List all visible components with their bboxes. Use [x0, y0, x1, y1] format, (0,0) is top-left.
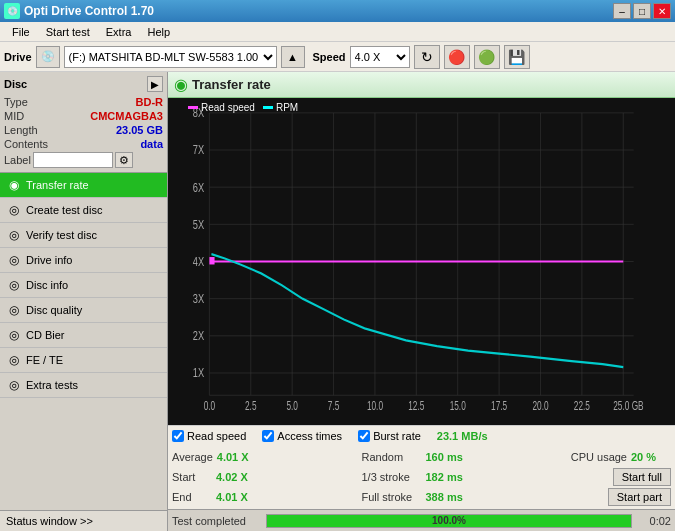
minimize-button[interactable]: –	[613, 3, 631, 19]
sidebar: Disc ▶ Type BD-R MID CMCMAGBA3 Length 23…	[0, 72, 168, 531]
svg-rect-39	[209, 257, 214, 264]
check-burst-rate: Burst rate	[358, 430, 421, 442]
sidebar-item-transfer-rate[interactable]: ◉ Transfer rate	[0, 173, 167, 198]
progress-area: Test completed 100.0% 0:02	[168, 509, 675, 531]
disc-info-icon: ◎	[6, 277, 22, 293]
sidebar-item-fe-te[interactable]: ◎ FE / TE	[0, 348, 167, 373]
start-full-button[interactable]: Start full	[613, 468, 671, 486]
status-window-label: Status window >>	[6, 515, 93, 527]
sidebar-item-verify-test-disc[interactable]: ◎ Verify test disc	[0, 223, 167, 248]
close-button[interactable]: ✕	[653, 3, 671, 19]
status-window-button[interactable]: Status window >>	[0, 510, 167, 531]
app-title: Opti Drive Control 1.70	[24, 4, 154, 18]
menu-bar: File Start test Extra Help	[0, 22, 675, 42]
sidebar-item-label-drive-info: Drive info	[26, 254, 72, 266]
fe-te-icon: ◎	[6, 352, 22, 368]
transfer-rate-icon: ◉	[6, 177, 22, 193]
sidebar-item-disc-info[interactable]: ◎ Disc info	[0, 273, 167, 298]
stat-start-part-cell: Start part	[551, 488, 671, 506]
stat-cpu-value: 20 %	[631, 451, 671, 463]
sidebar-item-label-disc-quality: Disc quality	[26, 304, 82, 316]
nav-items: ◉ Transfer rate ◎ Create test disc ◎ Ver…	[0, 173, 167, 510]
svg-text:7X: 7X	[193, 143, 205, 157]
speed-label: Speed	[313, 51, 346, 63]
stat-average-cell: Average 4.01 X	[172, 451, 362, 463]
stat-cpu-label: CPU usage	[571, 451, 627, 463]
disc-contents-row: Contents data	[4, 138, 163, 150]
disc-header: Disc ▶	[4, 76, 163, 92]
speed-select[interactable]: 4.0 X	[350, 46, 410, 68]
stat-full-stroke-cell: Full stroke 388 ms	[362, 491, 552, 503]
menu-help[interactable]: Help	[139, 24, 178, 40]
start-part-button[interactable]: Start part	[608, 488, 671, 506]
stat-random-value: 160 ms	[426, 451, 466, 463]
svg-text:0.0: 0.0	[204, 400, 216, 413]
disc-type-row: Type BD-R	[4, 96, 163, 108]
svg-text:2X: 2X	[193, 329, 205, 343]
progress-time: 0:02	[636, 515, 671, 527]
menu-extra[interactable]: Extra	[98, 24, 140, 40]
svg-text:15.0: 15.0	[450, 400, 466, 413]
disc-length-label: Length	[4, 124, 38, 136]
svg-text:7.5: 7.5	[328, 400, 340, 413]
stat-start-full-cell: Start full	[551, 468, 671, 486]
menu-start-test[interactable]: Start test	[38, 24, 98, 40]
check-read-speed: Read speed	[172, 430, 246, 442]
legend-rpm: RPM	[263, 102, 298, 113]
legend-dot-pink	[188, 106, 198, 109]
eject-button[interactable]: ▲	[281, 46, 305, 68]
sidebar-item-label-disc-info: Disc info	[26, 279, 68, 291]
disc-quality-icon: ◎	[6, 302, 22, 318]
stat-cpu-cell: CPU usage 20 %	[551, 451, 671, 463]
check-burst-rate-input[interactable]	[358, 430, 370, 442]
sidebar-item-label-fe-te: FE / TE	[26, 354, 63, 366]
maximize-button[interactable]: □	[633, 3, 651, 19]
label-gear-button[interactable]: ⚙	[115, 152, 133, 168]
transfer-rate-header-icon: ◉	[174, 75, 188, 94]
main-layout: Disc ▶ Type BD-R MID CMCMAGBA3 Length 23…	[0, 72, 675, 531]
title-bar: 💿 Opti Drive Control 1.70 – □ ✕	[0, 0, 675, 22]
sidebar-item-cd-bier[interactable]: ◎ CD Bier	[0, 323, 167, 348]
sidebar-item-extra-tests[interactable]: ◎ Extra tests	[0, 373, 167, 398]
disc-arrow-button[interactable]: ▶	[147, 76, 163, 92]
drive-select[interactable]: (F:) MATSHITA BD-MLT SW-5583 1.00	[64, 46, 277, 68]
disc-label-label: Label	[4, 154, 31, 166]
checks-row: Read speed Access times Burst rate 23.1 …	[168, 425, 675, 445]
create-test-disc-icon: ◎	[6, 202, 22, 218]
title-bar-left: 💿 Opti Drive Control 1.70	[4, 3, 154, 19]
disc-length-row: Length 23.05 GB	[4, 124, 163, 136]
svg-text:22.5: 22.5	[574, 400, 590, 413]
content-header-title: Transfer rate	[192, 77, 271, 92]
svg-text:6X: 6X	[193, 180, 205, 194]
disc-label-input[interactable]	[33, 152, 113, 168]
check-access-times: Access times	[262, 430, 342, 442]
drive-icon-button[interactable]: 💿	[36, 46, 60, 68]
sidebar-item-create-test-disc[interactable]: ◎ Create test disc	[0, 198, 167, 223]
sidebar-item-disc-quality[interactable]: ◎ Disc quality	[0, 298, 167, 323]
stat-end-cell: End 4.01 X	[172, 491, 362, 503]
stat-third-stroke-cell: 1/3 stroke 182 ms	[362, 471, 552, 483]
disc-type-label: Type	[4, 96, 28, 108]
save-button[interactable]: 💾	[504, 45, 530, 69]
verify-test-disc-icon: ◎	[6, 227, 22, 243]
chart-legend: Read speed RPM	[188, 102, 298, 113]
drive-info-icon: ◎	[6, 252, 22, 268]
svg-text:12.5: 12.5	[408, 400, 424, 413]
stats-row-end: End 4.01 X Full stroke 388 ms Start part	[172, 487, 671, 507]
erase-button[interactable]: 🔴	[444, 45, 470, 69]
sidebar-item-drive-info[interactable]: ◎ Drive info	[0, 248, 167, 273]
stat-third-stroke-value: 182 ms	[426, 471, 466, 483]
check-access-times-label: Access times	[277, 430, 342, 442]
stat-start-label: Start	[172, 471, 212, 483]
info-button[interactable]: 🟢	[474, 45, 500, 69]
svg-text:1X: 1X	[193, 366, 205, 380]
stat-end-value: 4.01 X	[216, 491, 256, 503]
svg-text:2.5: 2.5	[245, 400, 257, 413]
stats-row-average: Average 4.01 X Random 160 ms CPU usage 2…	[172, 447, 671, 467]
check-read-speed-input[interactable]	[172, 430, 184, 442]
refresh-button[interactable]: ↻	[414, 45, 440, 69]
content-panel: ◉ Transfer rate Read speed RPM	[168, 72, 675, 531]
disc-section-title: Disc	[4, 78, 27, 90]
menu-file[interactable]: File	[4, 24, 38, 40]
check-access-times-input[interactable]	[262, 430, 274, 442]
